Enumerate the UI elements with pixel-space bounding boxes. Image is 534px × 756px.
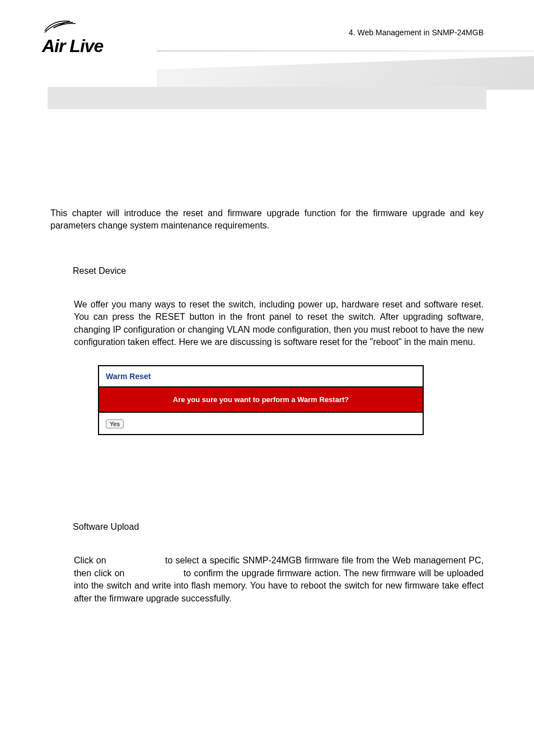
page-header: Air Live 4. Web Management in SNMP-24MGB — [0, 0, 534, 84]
logo: Air Live — [42, 17, 154, 57]
reset-device-heading: Reset Device — [73, 266, 484, 276]
figure-button-row: Yes — [99, 413, 423, 434]
body-part-1: Click on — [74, 556, 106, 565]
header-swoosh-bg — [157, 56, 534, 90]
warm-reset-figure: Warm Reset Are you sure you want to perf… — [98, 365, 424, 435]
logo-swoosh-icon — [42, 17, 81, 34]
body-part-3: to confirm the upgrade firmware action. … — [74, 568, 484, 603]
software-upload-body: Click on to select a specific SNMP-24MGB… — [74, 554, 484, 605]
page-content: This chapter will introduce the reset an… — [0, 84, 534, 605]
reset-device-body: We offer you many ways to reset the swit… — [74, 298, 484, 349]
intro-paragraph: This chapter will introduce the reset an… — [50, 207, 484, 232]
logo-text: Air Live — [42, 36, 154, 57]
software-upload-heading: Software Upload — [73, 522, 484, 532]
figure-title: Warm Reset — [99, 366, 423, 388]
yes-button[interactable]: Yes — [106, 419, 124, 428]
header-chapter-text: 4. Web Management in SNMP-24MGB — [349, 28, 484, 37]
gray-bar — [48, 87, 486, 109]
header-divider — [157, 50, 534, 52]
figure-warning: Are you sure you want to perform a Warm … — [99, 388, 423, 413]
